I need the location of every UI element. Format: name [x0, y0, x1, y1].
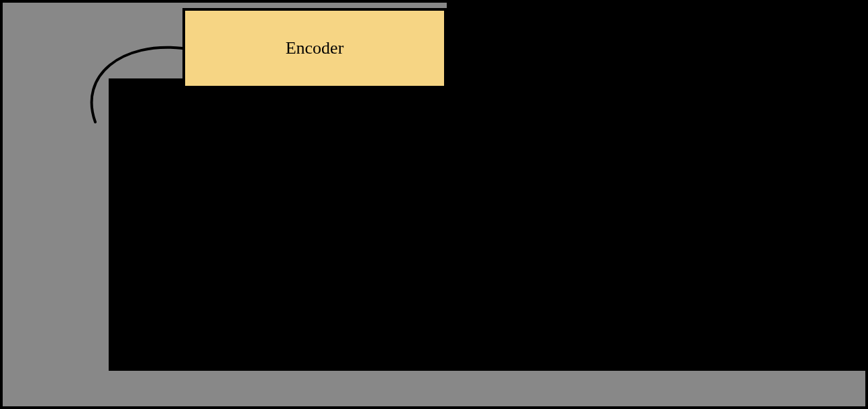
connector-curve — [82, 35, 189, 129]
encoder-block: Encoder — [182, 8, 447, 89]
diagram-frame: Encoder — [0, 0, 868, 409]
encoder-label: Encoder — [286, 38, 344, 58]
black-region-main — [109, 78, 868, 371]
